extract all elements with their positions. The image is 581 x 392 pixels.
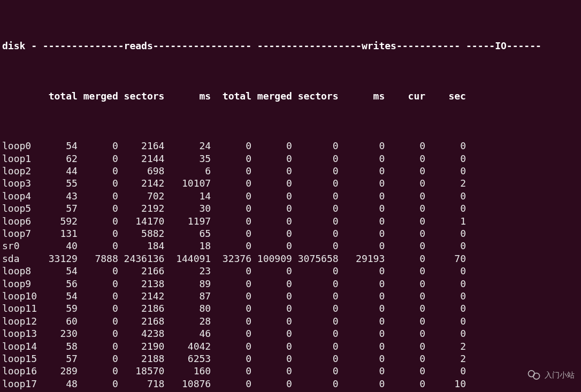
cell-dev: loop2	[2, 165, 37, 177]
cell-rm: 0	[78, 365, 118, 377]
cell-sec: 0	[425, 278, 466, 290]
cell-ws: 3075658	[292, 252, 339, 265]
cell-rm: 0	[78, 290, 118, 302]
cell-cur: 0	[385, 378, 425, 390]
cell-rt: 131	[37, 227, 78, 240]
cell-ws: 0	[292, 177, 339, 189]
cell-wt: 0	[211, 352, 251, 365]
table-row: sda 33129 7888 2436136 144091 32376 1009…	[2, 252, 579, 265]
cell-rs: 2192	[118, 202, 165, 214]
cell-sec: 2	[425, 340, 466, 352]
cell-rms: 46	[164, 327, 211, 340]
watermark-text: 入门小站	[545, 370, 575, 380]
cell-rs: 2164	[118, 140, 165, 152]
cell-cur: 0	[385, 140, 425, 152]
cell-wt: 0	[211, 227, 251, 240]
cell-ws: 0	[292, 290, 339, 302]
cell-cur: 0	[385, 215, 425, 227]
cell-wt: 0	[211, 290, 251, 302]
cell-wm: 0	[251, 340, 292, 352]
cell-rt: 48	[37, 378, 78, 390]
cell-rms: 160	[164, 365, 211, 377]
cell-dev: loop3	[2, 177, 37, 189]
header-columns: total merged sectors ms total merged sec…	[2, 90, 579, 102]
cell-cur: 0	[385, 152, 425, 165]
cell-ws: 0	[292, 390, 339, 392]
cell-rms: 65	[164, 227, 211, 240]
cell-cur: 0	[385, 390, 425, 392]
table-row: loop9 56 0 2138 89 0 0 0 0 0 0	[2, 278, 579, 290]
cell-rs: 2166	[118, 265, 165, 277]
cell-cur: 0	[385, 265, 425, 277]
cell-rt: 40	[37, 240, 78, 252]
cell-rm: 0	[78, 378, 118, 390]
cell-rm: 0	[78, 177, 118, 189]
table-row: loop14 58 0 2190 4042 0 0 0 0 0 2	[2, 340, 579, 352]
cell-rs: 2188	[118, 352, 165, 365]
cell-rt: 43	[37, 190, 78, 202]
cell-wm: 100909	[251, 252, 292, 265]
cell-sec: 0	[425, 190, 466, 202]
cell-ws: 0	[292, 240, 339, 252]
cell-wms: 0	[339, 177, 385, 189]
cell-rt: 57	[37, 352, 78, 365]
cell-rm: 0	[78, 302, 118, 314]
cell-dev: loop18	[2, 390, 37, 392]
cell-rs: 184	[118, 240, 165, 252]
table-row: loop10 54 0 2142 87 0 0 0 0 0 0	[2, 290, 579, 302]
cell-rms: 14	[164, 190, 211, 202]
cell-wt: 0	[211, 140, 251, 152]
cell-ws: 0	[292, 227, 339, 240]
cell-wm: 0	[251, 365, 292, 377]
cell-rt: 59	[37, 302, 78, 314]
cell-ws: 0	[292, 315, 339, 327]
cell-wt: 0	[211, 265, 251, 277]
cell-dev: loop8	[2, 265, 37, 277]
cell-wt: 0	[211, 190, 251, 202]
cell-rt: 56	[37, 278, 78, 290]
cell-rs: 2186	[118, 302, 165, 314]
cell-ws: 0	[292, 152, 339, 165]
cell-rs: 2190	[118, 340, 165, 352]
cell-wm: 0	[251, 378, 292, 390]
cell-wt: 0	[211, 177, 251, 189]
cell-ws: 0	[292, 140, 339, 152]
cell-sec: 0	[425, 240, 466, 252]
cell-dev: loop9	[2, 278, 37, 290]
cell-rt: 592	[37, 215, 78, 227]
cell-ws: 0	[292, 190, 339, 202]
cell-wt: 0	[211, 152, 251, 165]
cell-wt: 0	[211, 302, 251, 314]
table-row: loop2 44 0 698 6 0 0 0 0 0 0	[2, 165, 579, 177]
cell-cur: 0	[385, 202, 425, 214]
cell-rm: 0	[78, 227, 118, 240]
cell-rms: 144091	[164, 252, 211, 265]
cell-wms: 0	[339, 165, 385, 177]
cell-dev: loop14	[2, 340, 37, 352]
wechat-icon	[526, 367, 541, 382]
cell-wms: 0	[339, 278, 385, 290]
cell-sec: 0	[425, 140, 466, 152]
cell-sec: 1	[425, 215, 466, 227]
cell-wms: 0	[339, 352, 385, 365]
cell-wms: 0	[339, 227, 385, 240]
cell-wm: 0	[251, 265, 292, 277]
cell-cur: 0	[385, 340, 425, 352]
cell-rms: 6253	[164, 352, 211, 365]
cell-rs: 698	[118, 165, 165, 177]
cell-rt: 230	[37, 327, 78, 340]
cell-ws: 0	[292, 302, 339, 314]
cell-wm: 0	[251, 202, 292, 214]
cell-rm: 0	[78, 278, 118, 290]
cell-dev: loop5	[2, 202, 37, 214]
cell-cur: 0	[385, 327, 425, 340]
cell-wt: 32376	[211, 252, 251, 265]
cell-rms: 35	[164, 152, 211, 165]
cell-rs: 2144	[118, 152, 165, 165]
cell-wm: 0	[251, 190, 292, 202]
cell-ws: 0	[292, 165, 339, 177]
cell-dev: loop13	[2, 327, 37, 340]
cell-sec: 10	[425, 378, 466, 390]
cell-rms: 80	[164, 302, 211, 314]
table-row: loop13 230 0 4238 46 0 0 0 0 0 0	[2, 327, 579, 340]
